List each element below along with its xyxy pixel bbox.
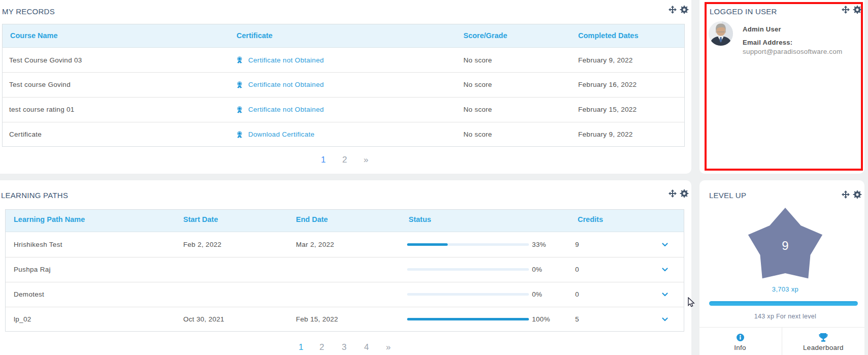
svg-text:9: 9 <box>782 239 788 252</box>
